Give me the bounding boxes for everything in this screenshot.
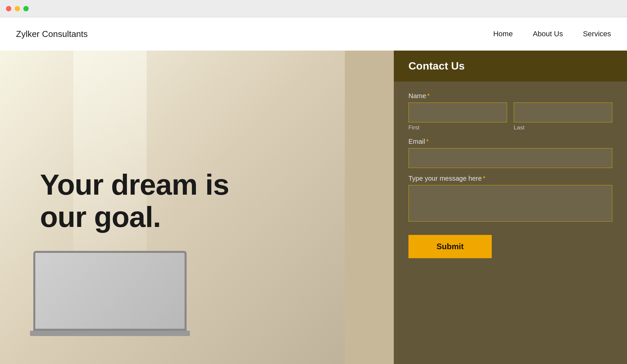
- email-label: Email*: [408, 138, 612, 145]
- nav-links: Home About Us Services: [493, 30, 611, 38]
- hero-heading: Your dream is our goal.: [40, 169, 229, 233]
- laptop-base: [30, 331, 190, 336]
- hero-section: Your dream is our goal. Contact Us Name*: [0, 51, 627, 364]
- message-required-star: *: [483, 175, 485, 182]
- submit-button[interactable]: Submit: [408, 235, 492, 258]
- first-label: First: [408, 124, 507, 131]
- traffic-lights: [6, 6, 29, 11]
- nav-home-link[interactable]: Home: [493, 30, 513, 38]
- name-label: Name*: [408, 92, 612, 100]
- first-name-field: First: [408, 102, 507, 131]
- contact-form-body: Name* First Last: [394, 82, 627, 364]
- sidebar-item-home[interactable]: Home: [493, 30, 513, 38]
- email-input[interactable]: [408, 148, 612, 168]
- sidebar-item-about[interactable]: About Us: [533, 30, 563, 38]
- message-field-group: Type your message here*: [408, 175, 612, 223]
- fullscreen-button[interactable]: [23, 6, 29, 11]
- message-label: Type your message here*: [408, 175, 612, 182]
- email-field-group: Email*: [408, 138, 612, 168]
- laptop-screen: [33, 251, 187, 331]
- brand-logo: Zylker Consultants: [16, 29, 88, 39]
- first-name-input[interactable]: [408, 102, 507, 122]
- last-label: Last: [514, 124, 612, 131]
- contact-title: Contact Us: [408, 60, 612, 72]
- hero-tagline: Your dream is our goal.: [40, 169, 229, 233]
- nav-about-link[interactable]: About Us: [533, 30, 563, 38]
- contact-header: Contact Us: [394, 51, 627, 82]
- name-row: First Last: [408, 102, 612, 131]
- name-field-group: Name* First Last: [408, 92, 612, 131]
- message-textarea[interactable]: [408, 185, 612, 222]
- minimize-button[interactable]: [15, 6, 20, 11]
- nav-services-link[interactable]: Services: [583, 30, 611, 38]
- navbar: Zylker Consultants Home About Us Service…: [0, 17, 627, 51]
- email-required-star: *: [426, 138, 429, 145]
- name-required-star: *: [427, 92, 430, 99]
- laptop-decoration: [33, 251, 200, 351]
- window-light-effect: [73, 51, 147, 270]
- sidebar-item-services[interactable]: Services: [583, 30, 611, 38]
- last-name-input[interactable]: [514, 102, 612, 122]
- website: Zylker Consultants Home About Us Service…: [0, 17, 627, 364]
- close-button[interactable]: [6, 6, 11, 11]
- last-name-field: Last: [514, 102, 612, 131]
- window-chrome: [0, 0, 627, 17]
- contact-panel: Contact Us Name* First L: [394, 51, 627, 364]
